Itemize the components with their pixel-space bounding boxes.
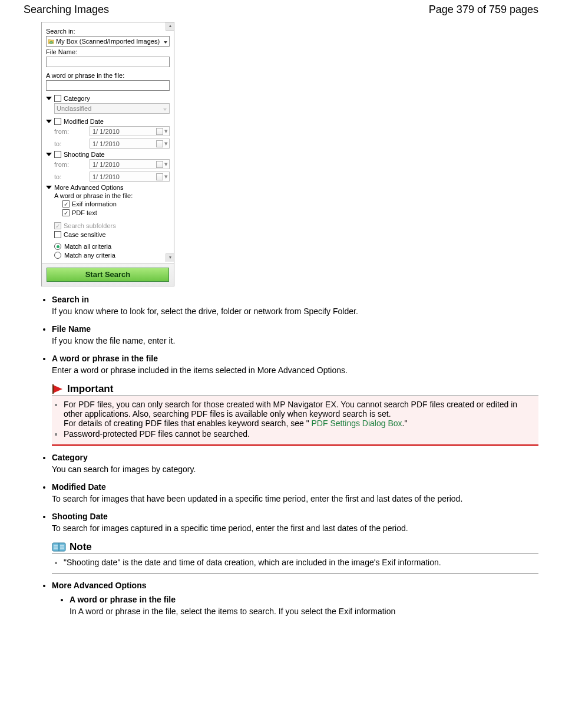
chevron-down-icon: ▾	[164, 127, 168, 135]
term-category: Category	[52, 453, 538, 462]
modified-to-input[interactable]: 1/ 1/2010 ▾	[90, 139, 170, 149]
note-header: Note	[52, 541, 538, 554]
desc-shooting-date: To search for images captured in a speci…	[52, 523, 538, 533]
desc-file-name: If you know the file name, enter it.	[52, 336, 538, 345]
category-label: Category	[64, 95, 90, 102]
chevron-down-icon: ▾	[164, 140, 168, 147]
list-item: Search in If you know where to look for,…	[52, 295, 538, 316]
desc-modified-date: To search for images that have been upda…	[52, 494, 538, 503]
more-advanced-label: More Advanced Options	[54, 184, 123, 191]
shooting-date-section[interactable]: Shooting Date	[46, 151, 170, 158]
chevron-down-icon: ▾	[164, 160, 168, 168]
important-item: Password-protected PDF files cannot be s…	[64, 429, 534, 439]
modified-from-input[interactable]: 1/ 1/2010 ▾	[90, 126, 170, 136]
match-any-radio[interactable]	[54, 252, 61, 259]
term-more-adv: More Advanced Options	[52, 581, 538, 590]
note-item: "Shooting date" is the date and time of …	[64, 558, 534, 567]
collapse-icon	[46, 120, 52, 123]
list-item: More Advanced Options A word or phrase i…	[52, 581, 538, 616]
search-in-combo[interactable]: My Box (Scanned/Imported Images)	[46, 36, 170, 47]
shooting-to-row: to: 1/ 1/2010 ▾	[54, 172, 170, 182]
search-subfolders-label: Search subfolders	[64, 222, 116, 229]
collapse-icon	[46, 153, 52, 156]
desc-category: You can search for images by category.	[52, 465, 538, 474]
page-indicator: Page 379 of 759 pages	[429, 4, 538, 16]
search-in-label: Search in:	[46, 28, 170, 35]
note-icon	[52, 542, 67, 552]
term-sub-word: A word or phrase in the file	[70, 595, 176, 604]
modified-date-section[interactable]: Modified Date	[46, 118, 170, 125]
modified-from-row: from: 1/ 1/2010 ▾	[54, 126, 170, 136]
page-header: Searching Images Page 379 of 759 pages	[24, 4, 538, 16]
list-item: A word or phrase in the file Enter a wor…	[52, 354, 538, 446]
category-combo[interactable]: Unclassified	[54, 103, 170, 114]
word-phrase-input[interactable]	[46, 80, 170, 91]
term-modified-date: Modified Date	[52, 482, 538, 492]
category-checkbox[interactable]	[54, 95, 61, 102]
calendar-icon	[156, 173, 163, 180]
term-word-phrase: A word or phrase in the file	[52, 354, 538, 363]
shooting-from-row: from: 1/ 1/2010 ▾	[54, 159, 170, 169]
start-search-button[interactable]: Start Search	[47, 268, 169, 282]
svg-rect-0	[52, 384, 54, 394]
note-title: Note	[70, 541, 92, 553]
modified-to-row: to: 1/ 1/2010 ▾	[54, 139, 170, 149]
category-value: Unclassified	[57, 105, 91, 112]
important-title: Important	[67, 383, 113, 395]
search-panel-screenshot: ▴ Search in: My Box (Scanned/Imported Im…	[41, 22, 174, 286]
match-all-label: Match all criteria	[64, 243, 111, 250]
exif-info-label: Exif information	[72, 200, 117, 207]
shooting-to-input[interactable]: 1/ 1/2010 ▾	[90, 172, 170, 182]
shooting-date-checkbox[interactable]	[54, 151, 61, 158]
desc-word-phrase: Enter a word or phrase included in the i…	[52, 365, 538, 375]
more-advanced-section[interactable]: More Advanced Options	[46, 184, 170, 191]
desc-search-in: If you know where to look for, select th…	[52, 307, 538, 316]
scrollbar-up-icon: ▴	[166, 22, 174, 31]
collapse-icon	[46, 97, 52, 100]
category-section[interactable]: Category	[46, 95, 170, 102]
word-phrase-label: A word or phrase in the file:	[46, 72, 170, 79]
shooting-from-input[interactable]: 1/ 1/2010 ▾	[90, 159, 170, 169]
flag-icon	[52, 384, 65, 394]
button-bar: Start Search	[42, 263, 174, 286]
case-sensitive-label: Case sensitive	[64, 231, 106, 238]
list-item: Shooting Date To search for images captu…	[52, 512, 538, 574]
page-title: Searching Images	[24, 4, 109, 16]
chevron-down-icon: ▾	[164, 173, 168, 180]
to-label: to:	[54, 173, 90, 180]
calendar-icon	[156, 128, 163, 135]
list-item: File Name If you know the file name, ent…	[52, 324, 538, 345]
important-item: For PDF files, you can only search for t…	[64, 400, 534, 428]
from-label: from:	[54, 161, 90, 168]
list-item: Modified Date To search for images that …	[52, 482, 538, 503]
search-subfolders-checkbox	[54, 222, 61, 229]
desc-sub-word: In A word or phrase in the file, select …	[70, 607, 538, 616]
from-label: from:	[54, 128, 90, 135]
modified-date-label: Modified Date	[64, 118, 104, 125]
definition-list: Search in If you know where to look for,…	[52, 295, 538, 616]
sub-list-item: A word or phrase in the file In A word o…	[70, 595, 538, 616]
exif-info-checkbox[interactable]	[62, 200, 70, 207]
match-all-radio[interactable]	[54, 243, 61, 250]
collapse-icon	[46, 186, 52, 189]
match-any-label: Match any criteria	[64, 252, 115, 259]
term-search-in: Search in	[52, 295, 538, 304]
calendar-icon	[156, 161, 163, 168]
note-callout: Note "Shooting date" is the date and tim…	[52, 541, 538, 574]
list-item: Category You can search for images by ca…	[52, 453, 538, 474]
pdf-settings-link[interactable]: PDF Settings Dialog Box	[312, 419, 402, 428]
pdf-text-label: PDF text	[72, 209, 97, 216]
search-in-value: My Box (Scanned/Imported Images)	[55, 38, 163, 45]
file-name-label: File Name:	[46, 48, 170, 55]
adv-word-label: A word or phrase in the file:	[54, 192, 170, 199]
to-label: to:	[54, 140, 90, 147]
scrollbar-down-icon: ▾	[166, 253, 174, 262]
chevron-down-icon	[163, 106, 167, 111]
case-sensitive-checkbox[interactable]	[54, 231, 61, 238]
shooting-date-label: Shooting Date	[64, 151, 105, 158]
modified-date-checkbox[interactable]	[54, 118, 61, 125]
folder-icon	[48, 38, 55, 45]
file-name-input[interactable]	[46, 57, 170, 67]
term-shooting-date: Shooting Date	[52, 512, 538, 521]
pdf-text-checkbox[interactable]	[62, 209, 70, 216]
